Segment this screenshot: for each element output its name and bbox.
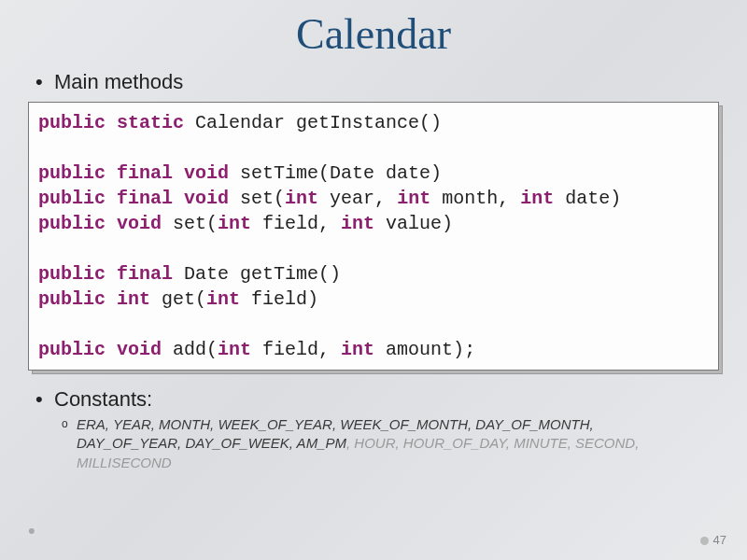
code-text: month, [430, 188, 520, 209]
code-text [106, 162, 117, 184]
code-keyword: final [117, 263, 173, 285]
constants-sub-bullet: ERA, YEAR, MONTH, WEEK_OF_YEAR, WEEK_OF_… [28, 415, 719, 472]
code-keyword: int [218, 339, 251, 360]
main-methods-section: Main methods [28, 70, 719, 94]
code-keyword: int [341, 339, 374, 360]
code-keyword: public [38, 263, 106, 285]
code-text [106, 288, 117, 310]
bullet-constants: Constants: [28, 387, 719, 412]
code-keyword: public [38, 162, 106, 184]
code-text: set( [229, 188, 285, 209]
slide: Calendar Main methods public static Cale… [0, 0, 747, 560]
code-keyword: int [397, 188, 430, 209]
code-text: year, [318, 188, 397, 209]
code-keyword: final [117, 162, 173, 184]
code-text [106, 112, 117, 133]
code-text [173, 188, 184, 209]
code-keyword: void [117, 339, 162, 360]
code-text: amount); [374, 339, 475, 360]
code-keyword: int [206, 288, 240, 310]
constants-section: Constants: ERA, YEAR, MONTH, WEEK_OF_YEA… [28, 387, 719, 472]
page-number: 47 [700, 533, 726, 547]
code-keyword: final [117, 188, 173, 209]
code-text [173, 162, 184, 184]
code-text: get( [150, 288, 206, 310]
code-text: date) [554, 188, 621, 209]
code-keyword: void [117, 213, 162, 234]
code-text [106, 339, 117, 360]
code-keyword: public [38, 112, 106, 133]
code-text: field, [251, 339, 341, 360]
code-keyword: public [38, 188, 106, 209]
code-text [106, 188, 117, 209]
code-keyword: int [285, 188, 318, 209]
code-keyword: int [218, 213, 251, 234]
code-keyword: void [184, 188, 229, 209]
code-text: value) [374, 213, 453, 234]
code-text: set( [162, 213, 218, 234]
bullet-main-methods: Main methods [28, 70, 719, 94]
code-keyword: int [117, 288, 150, 310]
code-keyword: int [520, 188, 554, 209]
code-keyword: int [341, 213, 374, 234]
code-text: field, [251, 213, 341, 234]
code-keyword: public [38, 288, 106, 310]
code-text [106, 213, 117, 234]
code-keyword: static [117, 112, 184, 133]
code-block: public static Calendar getInstance() pub… [28, 102, 719, 371]
dim-bullet: • [28, 519, 35, 543]
code-keyword: public [38, 213, 106, 234]
code-text: Date getTime() [173, 263, 341, 285]
slide-title: Calendar [28, 9, 719, 59]
code-text: field) [240, 288, 318, 310]
code-text: add( [162, 339, 218, 360]
code-text [106, 263, 117, 285]
code-block-container: public static Calendar getInstance() pub… [28, 102, 719, 371]
constants-list: ERA, YEAR, MONTH, WEEK_OF_YEAR, WEEK_OF_… [77, 415, 674, 472]
code-text: Calendar getInstance() [184, 112, 442, 133]
code-keyword: public [38, 339, 106, 360]
code-text: setTime(Date date) [229, 162, 442, 184]
code-keyword: void [184, 162, 229, 184]
